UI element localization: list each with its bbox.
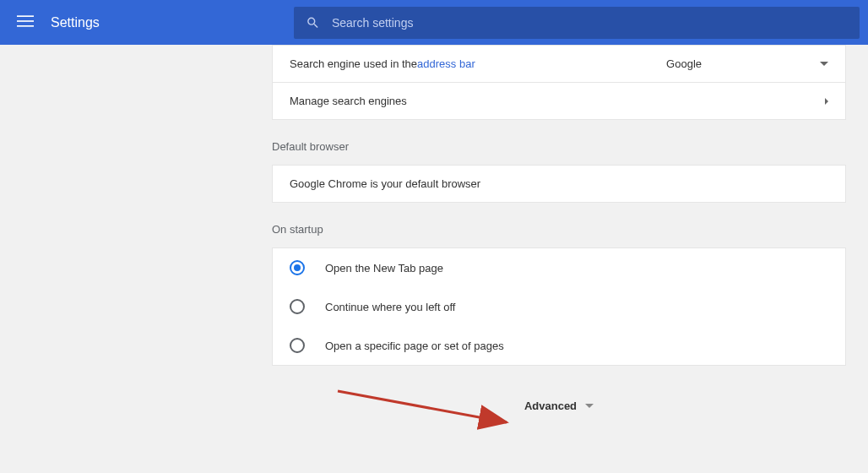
startup-section-title: On startup (272, 223, 846, 236)
svg-rect-2 (17, 25, 34, 27)
default-browser-status: Google Chrome is your default browser (290, 177, 480, 190)
search-engine-card: Search engine used in the address bar Go… (272, 45, 846, 120)
hamburger-menu-icon[interactable] (10, 6, 41, 40)
search-icon (306, 15, 320, 30)
manage-search-engines-row[interactable]: Manage search engines (273, 83, 845, 119)
startup-option-label: Open a specific page or set of pages (325, 340, 504, 352)
startup-option-label: Open the New Tab page (325, 262, 443, 275)
startup-option-label: Continue where you left off (325, 301, 455, 313)
search-engine-label-prefix: Search engine used in the (290, 57, 417, 70)
search-bar[interactable] (294, 7, 860, 39)
startup-option-new-tab[interactable]: Open the New Tab page (273, 248, 845, 287)
manage-search-engines-label: Manage search engines (290, 95, 407, 107)
startup-option-continue[interactable]: Continue where you left off (273, 287, 845, 326)
settings-content: Search engine used in the address bar Go… (272, 45, 846, 412)
chevron-down-icon (820, 62, 828, 66)
address-bar-link[interactable]: address bar (417, 57, 475, 70)
search-input[interactable] (332, 16, 848, 30)
startup-card: Open the New Tab page Continue where you… (272, 247, 846, 366)
search-engine-selected: Google (666, 57, 702, 70)
svg-rect-0 (17, 15, 34, 17)
startup-option-specific[interactable]: Open a specific page or set of pages (273, 326, 845, 365)
page-title: Settings (51, 15, 100, 30)
search-engine-row[interactable]: Search engine used in the address bar Go… (273, 46, 845, 83)
chevron-down-icon (585, 404, 594, 408)
chevron-right-icon (825, 98, 828, 105)
search-engine-dropdown[interactable]: Google (666, 57, 828, 70)
default-browser-card: Google Chrome is your default browser (272, 165, 846, 203)
default-browser-section-title: Default browser (272, 140, 846, 153)
app-header: Settings (0, 0, 868, 45)
svg-rect-1 (17, 20, 34, 22)
radio-icon[interactable] (290, 260, 305, 275)
default-browser-status-row: Google Chrome is your default browser (273, 166, 845, 202)
radio-icon[interactable] (290, 299, 305, 314)
advanced-toggle[interactable]: Advanced (272, 400, 846, 412)
radio-icon[interactable] (290, 338, 305, 353)
advanced-label: Advanced (524, 400, 577, 412)
